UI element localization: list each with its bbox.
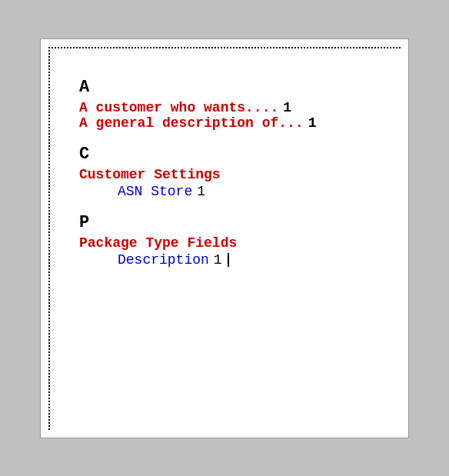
letter-p: P: [79, 213, 385, 232]
letter-a: A: [79, 78, 385, 97]
section-c: C Customer Settings ASN Store 1: [79, 145, 385, 199]
section-a: A A customer who wants.... 1 A general d…: [79, 78, 385, 131]
group-package-type-fields[interactable]: Package Type Fields: [79, 235, 385, 251]
text-cursor: [228, 253, 229, 267]
group-a-general-desc[interactable]: A general description of... 1: [79, 115, 385, 131]
group-customer-settings[interactable]: Customer Settings: [79, 167, 385, 182]
letter-c: C: [79, 145, 385, 164]
dotted-left-border: [48, 47, 50, 430]
dotted-top-border: [48, 47, 401, 48]
item-description[interactable]: Description 1: [79, 252, 385, 268]
content-area: A A customer who wants.... 1 A general d…: [64, 55, 385, 268]
group-a-customer-wants[interactable]: A customer who wants.... 1: [79, 100, 385, 115]
main-panel: A A customer who wants.... 1 A general d…: [40, 38, 409, 438]
section-p: P Package Type Fields Description 1: [79, 213, 385, 268]
item-asn-store[interactable]: ASN Store 1: [79, 184, 385, 199]
